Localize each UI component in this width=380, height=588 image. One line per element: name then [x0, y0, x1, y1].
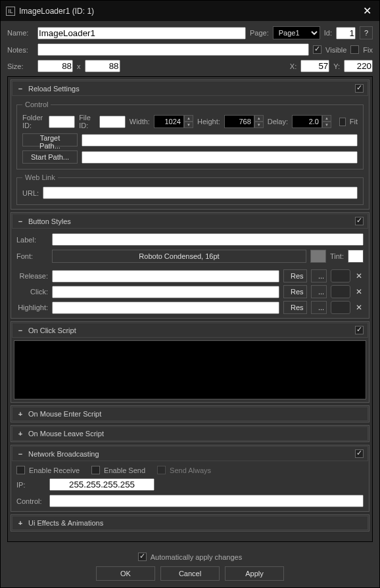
width-spinner[interactable]: ▲▼ — [154, 115, 193, 128]
delay-spinner[interactable]: ▲▼ — [292, 115, 331, 128]
height-spinner[interactable]: ▲▼ — [224, 115, 264, 128]
bs-tint-swatch[interactable] — [348, 250, 364, 263]
delay-input[interactable] — [292, 115, 322, 128]
enable-send-checkbox[interactable] — [91, 466, 100, 474]
net-control-input[interactable] — [49, 495, 364, 507]
bs-row-input[interactable] — [52, 286, 279, 298]
cancel-button[interactable]: Cancel — [160, 566, 220, 581]
url-label: URL: — [22, 189, 39, 197]
name-input[interactable] — [37, 27, 246, 39]
bs-preview-swatch[interactable] — [331, 269, 350, 283]
url-input[interactable] — [43, 187, 358, 199]
auto-apply-checkbox[interactable] — [138, 553, 147, 561]
target-path-input[interactable] — [82, 134, 358, 147]
start-path-input[interactable] — [82, 151, 358, 164]
folder-id-input[interactable] — [49, 116, 75, 128]
bs-res-button[interactable]: Res — [283, 269, 307, 283]
section-onleave-header[interactable]: + On Mouse Leave Script — [12, 426, 368, 441]
expand-icon: + — [16, 430, 24, 438]
size-width-input[interactable] — [37, 60, 73, 72]
ok-button[interactable]: OK — [96, 566, 155, 581]
section-onenter: + On Mouse Enter Script — [11, 405, 369, 422]
onclick-script-textarea[interactable] — [14, 340, 366, 399]
visible-label: Visible — [325, 46, 346, 54]
bs-res-button[interactable]: Res — [283, 301, 307, 314]
enable-receive-label: Enable Receive — [29, 466, 80, 474]
section-onclick-title: On Click Script — [28, 327, 351, 334]
bs-row-input[interactable] — [52, 302, 279, 314]
bs-preview-swatch[interactable] — [331, 301, 350, 314]
section-effects: + Ui Effects & Animations — [11, 514, 369, 531]
x-label: X: — [290, 62, 297, 70]
width-label: Width: — [130, 118, 150, 125]
id-input[interactable] — [336, 27, 356, 39]
delay-down[interactable]: ▼ — [322, 122, 331, 128]
section-network-header[interactable]: − Network Broadcasting — [12, 446, 368, 461]
height-down[interactable]: ▼ — [254, 122, 264, 128]
section-reload: − Reload Settings Control Folder ID: Fil… — [11, 79, 369, 210]
expand-icon: + — [16, 519, 24, 527]
section-onclick-header[interactable]: − On Click Script — [12, 323, 368, 338]
section-effects-title: Ui Effects & Animations — [28, 519, 364, 527]
page-select[interactable]: Page1 — [273, 26, 320, 39]
notes-label: Notes: — [7, 46, 34, 54]
bs-label-label: Label: — [16, 236, 48, 244]
section-button-styles-header[interactable]: − Button Styles — [12, 214, 368, 229]
target-path-button[interactable]: Target Path... — [22, 133, 78, 147]
bs-font-button[interactable]: Roboto Condensed, 16pt — [52, 250, 306, 263]
delay-up[interactable]: ▲ — [322, 115, 331, 122]
height-input[interactable] — [224, 115, 254, 128]
section-reload-header[interactable]: − Reload Settings — [12, 81, 368, 96]
bs-preview-swatch[interactable] — [331, 285, 350, 298]
bs-browse-button[interactable]: ... — [311, 285, 327, 298]
height-up[interactable]: ▲ — [254, 115, 264, 122]
y-input[interactable] — [344, 60, 373, 72]
help-button[interactable]: ? — [360, 26, 373, 39]
reload-toggle-checkbox[interactable] — [355, 84, 364, 93]
bs-browse-button[interactable]: ... — [311, 301, 327, 314]
start-path-button[interactable]: Start Path... — [22, 150, 78, 164]
bs-font-label: Font: — [16, 252, 48, 260]
onclick-toggle-checkbox[interactable] — [355, 326, 364, 334]
width-down[interactable]: ▼ — [184, 122, 193, 128]
section-onenter-header[interactable]: + On Mouse Enter Script — [12, 407, 368, 421]
section-button-styles-title: Button Styles — [28, 217, 351, 225]
section-network-title: Network Broadcasting — [28, 450, 351, 458]
ip-label: IP: — [16, 481, 45, 489]
apply-button[interactable]: Apply — [225, 566, 284, 581]
bs-font-color-swatch[interactable] — [310, 250, 326, 263]
bs-label-input[interactable] — [52, 233, 364, 246]
size-height-input[interactable] — [85, 60, 120, 72]
visible-checkbox[interactable] — [313, 45, 321, 54]
bs-clear-button[interactable]: ✕ — [354, 303, 364, 312]
size-x-label: x — [77, 62, 81, 70]
file-id-input[interactable] — [99, 116, 126, 128]
fix-label: Fix — [363, 46, 373, 54]
section-effects-header[interactable]: + Ui Effects & Animations — [12, 516, 368, 530]
enable-receive-checkbox[interactable] — [16, 466, 25, 474]
send-always-checkbox[interactable] — [157, 466, 166, 474]
network-toggle-checkbox[interactable] — [355, 449, 364, 458]
notes-input[interactable] — [37, 43, 309, 56]
bs-res-button[interactable]: Res — [283, 285, 307, 298]
collapse-icon: − — [16, 217, 24, 225]
bs-clear-button[interactable]: ✕ — [354, 287, 364, 296]
button-styles-toggle-checkbox[interactable] — [355, 217, 364, 225]
expand-icon: + — [16, 410, 24, 418]
height-label: Height: — [197, 118, 220, 125]
close-button[interactable]: ✕ — [360, 5, 374, 17]
width-input[interactable] — [154, 115, 184, 128]
section-onleave-title: On Mouse Leave Script — [28, 430, 364, 438]
x-input[interactable] — [300, 60, 329, 72]
bs-row-label: Highlight: — [16, 304, 48, 311]
fit-label: Fit — [350, 118, 358, 125]
section-reload-title: Reload Settings — [28, 85, 351, 93]
fit-checkbox[interactable] — [339, 118, 346, 126]
bs-clear-button[interactable]: ✕ — [354, 271, 364, 281]
bs-browse-button[interactable]: ... — [311, 269, 327, 283]
collapse-icon: − — [16, 450, 24, 458]
ip-input[interactable] — [49, 478, 154, 491]
bs-row-input[interactable] — [52, 270, 279, 283]
fix-checkbox[interactable] — [350, 45, 359, 54]
width-up[interactable]: ▲ — [184, 115, 193, 122]
